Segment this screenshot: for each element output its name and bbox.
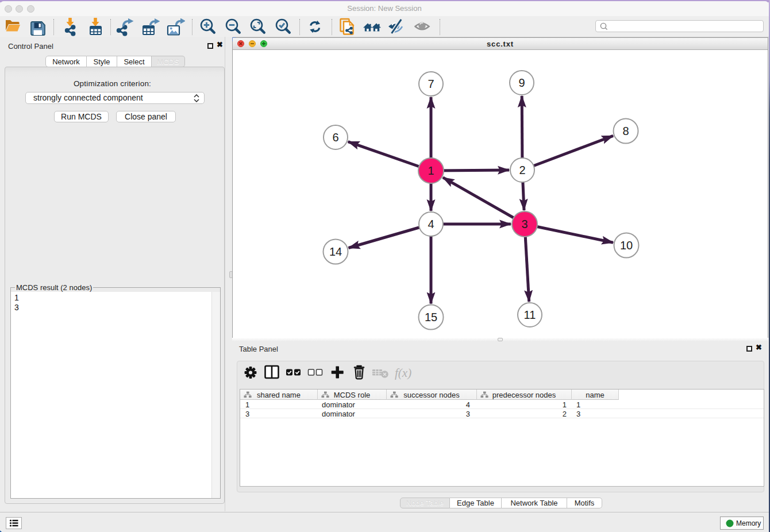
svg-text:6: 6 bbox=[332, 131, 338, 144]
svg-text:14: 14 bbox=[329, 245, 342, 258]
svg-text:10: 10 bbox=[620, 239, 633, 252]
svg-text:9: 9 bbox=[518, 76, 525, 89]
svg-text:8: 8 bbox=[622, 125, 629, 137]
svg-text:4: 4 bbox=[428, 218, 434, 230]
svg-text:f(x): f(x) bbox=[395, 366, 411, 380]
svg-text:15: 15 bbox=[425, 311, 437, 323]
svg-text:7: 7 bbox=[428, 78, 434, 90]
svg-text:11: 11 bbox=[524, 309, 536, 321]
svg-text:3: 3 bbox=[521, 218, 528, 230]
svg-text:2: 2 bbox=[519, 164, 525, 176]
svg-text:1: 1 bbox=[428, 164, 434, 177]
